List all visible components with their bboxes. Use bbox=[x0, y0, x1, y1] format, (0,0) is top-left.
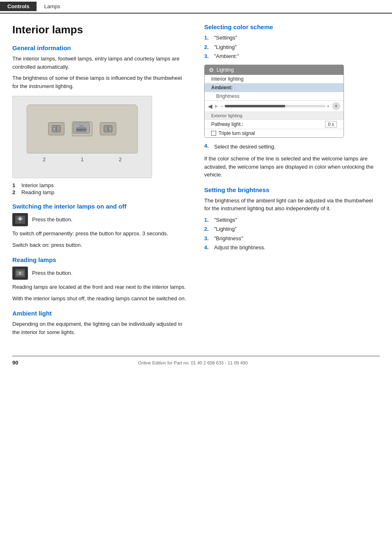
brightness-step-1-num: 1. bbox=[204, 216, 212, 224]
brightness-step-2-text: "Lighting" bbox=[214, 225, 237, 233]
svg-point-9 bbox=[109, 128, 111, 130]
reading-lamp-p2: Reading lamps are located at the front a… bbox=[12, 283, 188, 291]
section-color-scheme-heading: Selecting color scheme bbox=[204, 23, 380, 30]
footer-caption: Online Edition for Part no. 01 40 2 608 … bbox=[18, 360, 367, 365]
reading-lamp-icon-row: Press the button. bbox=[12, 267, 188, 280]
color-step-4-text: Select the desired setting. bbox=[214, 143, 276, 151]
screen-ambient-row: Ambient: bbox=[205, 84, 344, 92]
num-1: 1 bbox=[12, 182, 18, 188]
diagram-label-2a: 2 bbox=[43, 157, 46, 162]
color-step-3-num: 3. bbox=[204, 52, 212, 60]
svg-point-21 bbox=[19, 272, 21, 274]
general-info-p1: The interior lamps, footwell lamps, entr… bbox=[12, 55, 188, 71]
color-step-3-text: "Ambient:" bbox=[214, 52, 239, 60]
color-scheme-conclusion: If the color scheme of the line is selec… bbox=[204, 155, 380, 179]
section-general-heading: General information bbox=[12, 44, 188, 51]
brightness-step-2-num: 2. bbox=[204, 225, 212, 233]
brightness-step-2: 2. "Lighting" bbox=[204, 225, 380, 233]
breadcrumb-controls: Controls bbox=[0, 2, 37, 11]
brightness-bar bbox=[225, 105, 325, 107]
color-step-1-text: "Settings" bbox=[214, 34, 237, 42]
color-step-2-num: 2. bbox=[204, 43, 212, 51]
interior-lamp-icon-box bbox=[12, 213, 28, 226]
interior-lamp-diagram: SOS AIR BAG OFF bbox=[12, 96, 152, 178]
reading-lamp-icon-box bbox=[12, 267, 28, 280]
switching-press-button: Press the button. bbox=[32, 216, 72, 224]
lamp-button-right bbox=[100, 122, 116, 135]
color-step-3: 3. "Ambient:" bbox=[204, 52, 380, 60]
brightness-plus-button[interactable]: + bbox=[332, 102, 340, 110]
brightness-intro: The brightness of the ambient light can … bbox=[204, 197, 380, 213]
screen-pathway-row: Pathway light.: 0 s bbox=[205, 120, 344, 129]
label-reading-lamp: Reading lamp bbox=[21, 189, 54, 195]
brightness-minus-label: − bbox=[221, 104, 223, 109]
diagram-label-1: 1 bbox=[81, 157, 84, 162]
ambient-p1: Depending on the equipment, the lighting… bbox=[12, 320, 188, 336]
general-info-p2: The brightness of some of these lamps is… bbox=[12, 74, 188, 90]
svg-point-11 bbox=[18, 217, 22, 220]
color-step-1: 1. "Settings" bbox=[204, 34, 380, 42]
section-ambient-heading: Ambient light bbox=[12, 310, 188, 317]
switching-p2: To switch off permanently: press the but… bbox=[12, 230, 188, 238]
lamp-panel: SOS AIR BAG OFF bbox=[27, 104, 138, 153]
brightness-step-4-num: 4. bbox=[204, 244, 212, 252]
screen-brightness-label-row: Brightness bbox=[205, 92, 344, 101]
lamp-button-left bbox=[48, 122, 65, 135]
brightness-right-arrow: ▶ bbox=[215, 104, 218, 108]
brightness-step-3-num: 3. bbox=[204, 234, 212, 243]
brightness-step-4-text: Adjust the brightness. bbox=[214, 244, 265, 252]
page-number: 90 bbox=[12, 360, 18, 366]
left-column: Interior lamps General information The i… bbox=[12, 23, 188, 339]
interior-lamp-switch-icon bbox=[15, 215, 25, 224]
diagram-num-labels: 1 Interior lamps 2 Reading lamp bbox=[12, 182, 188, 195]
brightness-step-3-text: "Brightness" bbox=[214, 234, 243, 243]
breadcrumb-lamps: Lamps bbox=[37, 2, 67, 11]
lighting-screen-mockup: ⚙ Lighting Interior lighting Ambient: Br… bbox=[204, 65, 344, 138]
lighting-icon: ⚙ bbox=[209, 67, 214, 73]
screen-exterior-label: Exterior lighting bbox=[205, 112, 344, 120]
breadcrumb: Controls Lamps bbox=[0, 0, 392, 14]
lamp-button-center: SOS AIR BAG OFF bbox=[72, 121, 92, 136]
pathway-label: Pathway light.: bbox=[211, 121, 243, 127]
screen-header: ⚙ Lighting bbox=[205, 65, 344, 75]
reading-lamp-icon bbox=[15, 269, 25, 278]
screen-interior-lighting: Interior lighting bbox=[205, 75, 344, 84]
brightness-step-3: 3. "Brightness" bbox=[204, 234, 380, 243]
svg-text:AIR BAG OFF: AIR BAG OFF bbox=[76, 129, 87, 131]
color-step-2: 2. "Lighting" bbox=[204, 43, 380, 51]
num-label-2: 2 Reading lamp bbox=[12, 189, 188, 195]
brightness-bar-container: − + bbox=[221, 104, 330, 109]
triple-checkbox[interactable] bbox=[211, 131, 216, 136]
color-scheme-steps: 1. "Settings" 2. "Lighting" 3. "Ambient:… bbox=[204, 34, 380, 60]
num-label-1: 1 Interior lamps bbox=[12, 182, 188, 188]
reading-lamp-press-button: Press the button. bbox=[32, 269, 72, 277]
screen-header-label: Lighting bbox=[217, 67, 234, 73]
page-title: Interior lamps bbox=[12, 23, 188, 36]
num-2: 2 bbox=[12, 189, 18, 195]
color-step-4-row: 4. Select the desired setting. bbox=[204, 143, 380, 151]
brightness-step-1-text: "Settings" bbox=[214, 216, 237, 224]
switching-icon-row: Press the button. bbox=[12, 213, 188, 226]
brightness-step-4: 4. Adjust the brightness. bbox=[204, 244, 380, 252]
brightness-plus-label: + bbox=[327, 104, 330, 109]
triple-label: Triple turn signal bbox=[219, 130, 255, 136]
diagram-label-2b: 2 bbox=[119, 157, 122, 162]
diagram-inner: SOS AIR BAG OFF bbox=[13, 96, 152, 178]
pathway-value: 0 s bbox=[325, 121, 337, 128]
brightness-steps: 1. "Settings" 2. "Lighting" 3. "Brightne… bbox=[204, 216, 380, 252]
footer: 90 Online Edition for Part no. 01 40 2 6… bbox=[12, 356, 380, 367]
color-step-1-num: 1. bbox=[204, 34, 212, 42]
brightness-fill bbox=[225, 105, 285, 107]
svg-point-2 bbox=[53, 128, 55, 130]
section-switching-heading: Switching the interior lamps on and off bbox=[12, 203, 188, 210]
reading-lamp-p3: With the interior lamps shut off, the re… bbox=[12, 295, 188, 303]
brightness-left-arrow: ◀ bbox=[208, 103, 212, 109]
section-brightness-heading: Setting the brightness bbox=[204, 186, 380, 193]
screen-brightness-slider-row: ◀ ▶ − + + bbox=[205, 101, 344, 112]
color-step-4-num: 4. bbox=[204, 143, 212, 151]
label-interior-lamps: Interior lamps bbox=[21, 182, 54, 188]
brightness-step-1: 1. "Settings" bbox=[204, 216, 380, 224]
section-reading-heading: Reading lamps bbox=[12, 256, 188, 263]
screen-triple-row: Triple turn signal bbox=[205, 129, 344, 137]
svg-text:SOS: SOS bbox=[79, 125, 84, 127]
